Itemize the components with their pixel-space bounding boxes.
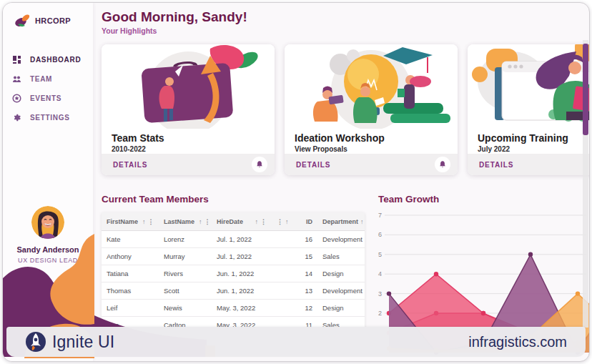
- bell-icon: [255, 160, 264, 169]
- sort-asc-icon[interactable]: ↑: [255, 218, 259, 225]
- details-button[interactable]: DETAILS: [296, 161, 330, 169]
- column-header-department[interactable]: Department ↑: [317, 218, 365, 225]
- events-star-icon: [12, 94, 21, 103]
- lightbulb-team-illustration: [285, 44, 458, 129]
- table-row[interactable]: TatianaRiversJun. 1, 202214Design: [102, 265, 365, 282]
- column-menu-icon[interactable]: ⋮: [277, 218, 283, 225]
- table-cell: Design: [317, 304, 365, 312]
- demo-footer-banner: Ignite UI infragistics.com: [6, 327, 586, 357]
- table-cell: Lorenz: [159, 235, 212, 243]
- app-window: HRCORP DASHBOARD TEAM: [2, 2, 590, 362]
- card-footer: DETAILS: [285, 154, 458, 175]
- table-cell: Design: [317, 270, 365, 277]
- table-cell: May. 3, 2022: [212, 304, 272, 312]
- chart-marker: [481, 311, 485, 315]
- table-cell: Anthony: [102, 252, 159, 260]
- card-footer: DETAILS: [468, 154, 590, 175]
- sidebar-item-team[interactable]: TEAM: [3, 69, 93, 89]
- hrcorp-logo: HRCORP: [14, 13, 71, 29]
- column-label: Department: [322, 218, 358, 225]
- notification-bell-button[interactable]: [435, 157, 450, 172]
- sidebar-item-label: EVENTS: [30, 94, 61, 102]
- sort-asc-icon[interactable]: ↑: [360, 218, 364, 225]
- team-members-grid: FirstName ↑ ⋮ LastName ↑ ⋮ HireDate ↑ ⋮ …: [102, 212, 365, 334]
- card-footer: DETAILS: [102, 154, 275, 175]
- sort-asc-icon[interactable]: ↑: [142, 218, 146, 225]
- column-label: HireDate: [217, 218, 243, 225]
- vertical-scrollbar[interactable]: [583, 40, 588, 328]
- column-label: ID: [306, 218, 312, 225]
- card-title: Ideation Workshop: [295, 132, 448, 144]
- sort-asc-icon[interactable]: ↑: [199, 218, 202, 225]
- table-cell: Jun. 1, 2022: [212, 287, 272, 295]
- column-header-lastname[interactable]: LastName ↑ ⋮: [159, 218, 212, 225]
- table-cell: Jul. 1, 2022: [212, 235, 272, 243]
- chart-marker: [528, 252, 533, 257]
- table-cell: Jun. 1, 2022: [212, 270, 272, 277]
- card-title: Team Stats: [112, 132, 265, 144]
- briefcase-growth-arrow-illustration: [102, 44, 275, 129]
- sort-asc-icon[interactable]: ↑: [285, 218, 289, 225]
- sidebar-item-label: DASHBOARD: [30, 56, 81, 64]
- table-cell: Tatiana: [102, 270, 159, 277]
- table-cell: 14: [272, 270, 317, 277]
- table-cell: Jul. 1, 2022: [212, 252, 272, 260]
- y-tick-label: 3: [378, 290, 382, 297]
- user-profile: Sandy Anderson UX DESIGN LEAD: [3, 206, 93, 264]
- page-title: Good Morning, Sandy!: [102, 9, 247, 25]
- rocket-icon: [25, 331, 46, 353]
- column-label: FirstName: [107, 218, 138, 225]
- brand-name: HRCORP: [35, 16, 71, 25]
- column-menu-icon[interactable]: ⋮: [260, 218, 267, 225]
- table-cell: Development: [317, 235, 365, 243]
- table-cell: 12: [272, 304, 317, 312]
- scrollbar-thumb[interactable]: [583, 44, 588, 135]
- sidebar-item-dashboard[interactable]: DASHBOARD: [3, 50, 93, 69]
- details-button[interactable]: DETAILS: [479, 161, 513, 169]
- screenshot-stage: HRCORP DASHBOARD TEAM: [0, 0, 592, 364]
- team-people-icon: [12, 74, 21, 84]
- table-cell: 15: [272, 252, 317, 260]
- chart-marker: [387, 291, 391, 295]
- sidebar-item-events[interactable]: EVENTS: [3, 89, 93, 108]
- column-menu-icon[interactable]: ⋮: [148, 218, 154, 225]
- notification-bell-button[interactable]: [252, 157, 267, 172]
- table-section-title: Current Team Members: [102, 194, 209, 205]
- table-cell: Murray: [159, 252, 212, 260]
- column-header-id[interactable]: ⋮ ↑ ID: [272, 218, 317, 225]
- table-row[interactable]: AnthonyMurrayJul. 1, 202215Sales: [102, 248, 365, 265]
- team-table-body: KateLorenzJul. 1, 202216DevelopmentAntho…: [102, 231, 365, 334]
- ignite-ui-logo: Ignite UI: [25, 331, 114, 353]
- bell-icon: [438, 160, 447, 169]
- table-row[interactable]: LeifNewisMay. 3, 202212Design: [102, 300, 365, 317]
- table-row[interactable]: KateLorenzJul. 1, 202216Development: [102, 231, 365, 248]
- settings-gear-icon: [12, 113, 21, 122]
- column-header-firstname[interactable]: FirstName ↑ ⋮: [102, 218, 159, 225]
- table-cell: Development: [317, 287, 365, 295]
- table-cell: Scott: [159, 287, 212, 295]
- chart-section-title: Team Growth: [378, 194, 439, 205]
- card-title: Upcoming Training: [478, 132, 590, 144]
- table-cell: 13: [272, 287, 317, 295]
- card-team-stats[interactable]: Team Stats 2010-2022 DETAILS: [102, 44, 275, 175]
- chart-marker: [434, 272, 438, 276]
- chart-marker: [576, 291, 580, 295]
- profile-name: Sandy Anderson: [3, 245, 93, 254]
- dashboard-grid-icon: [12, 55, 21, 64]
- table-row[interactable]: ThomasScottJun. 1, 202213Development: [102, 282, 365, 300]
- butterfly-logo-icon: [14, 13, 33, 29]
- details-button[interactable]: DETAILS: [113, 161, 147, 169]
- card-upcoming-training[interactable]: Upcoming Training July 2022 DETAILS: [468, 44, 590, 175]
- sidebar-item-settings[interactable]: SETTINGS: [3, 108, 93, 127]
- sidebar-item-label: TEAM: [30, 75, 52, 83]
- column-menu-icon[interactable]: ⋮: [204, 218, 211, 225]
- table-cell: Thomas: [102, 287, 159, 295]
- card-ideation-workshop[interactable]: Ideation Workshop View Proposals DETAILS: [285, 44, 458, 175]
- infragistics-link[interactable]: infragistics.com: [468, 334, 567, 350]
- column-header-hiredate[interactable]: HireDate ↑ ⋮: [212, 218, 272, 225]
- table-header-row: FirstName ↑ ⋮ LastName ↑ ⋮ HireDate ↑ ⋮ …: [102, 212, 365, 231]
- y-tick-label: 7: [378, 212, 382, 219]
- table-cell: Kate: [102, 235, 159, 243]
- table-cell: Rivers: [159, 270, 212, 277]
- sidebar: HRCORP DASHBOARD TEAM: [3, 3, 93, 361]
